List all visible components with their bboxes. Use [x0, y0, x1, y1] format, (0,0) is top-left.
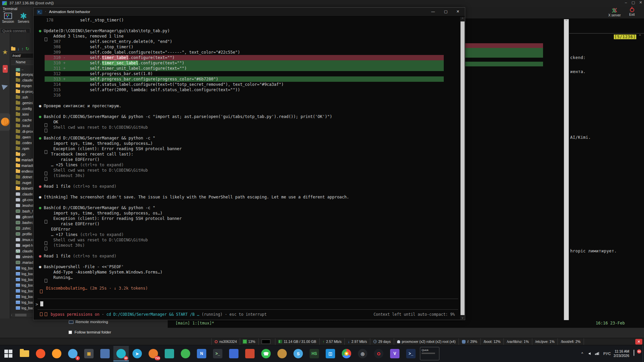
file-icon — [16, 204, 20, 207]
badge: 2 — [75, 356, 80, 360]
red-app-icon[interactable] — [242, 346, 258, 361]
whatsapp-icon[interactable]: ☎ — [258, 346, 274, 361]
claude-code-window: >_ · Animation field behavior — ▢ ✕ 178 … — [33, 7, 465, 320]
folder-icon — [16, 170, 20, 173]
terminal-line: ● Bash(cd D:/CODING/ServerManager && pyt… — [39, 135, 460, 141]
host-close-button[interactable]: ✕ — [637, 0, 644, 5]
scrollbar-thumb[interactable] — [461, 21, 465, 315]
refresh-icon[interactable]: ↻ — [25, 46, 29, 51]
scrollbar-up-arrow[interactable]: ^ — [460, 17, 465, 20]
powershell-icon[interactable]: >_ — [403, 346, 419, 361]
log-icon — [16, 306, 20, 310]
hfolder-icon — [16, 147, 20, 150]
telegram-icon-glyph: ➤ — [132, 349, 142, 358]
tray-chevron-icon[interactable]: ^ — [579, 352, 586, 356]
opera-icon[interactable]: O — [371, 346, 386, 361]
hfolder-icon — [16, 124, 20, 127]
hfolder-icon — [16, 101, 20, 105]
name-column-header[interactable]: Name — [11, 60, 37, 65]
host-minimize-button[interactable]: – — [623, 0, 629, 4]
x-server-button[interactable]: X X server — [606, 8, 623, 17]
network-icon[interactable] — [593, 352, 601, 356]
favorites-button[interactable]: ★ — [0, 48, 10, 56]
window-close-button[interactable]: ✕ — [454, 9, 462, 14]
menu-terminal[interactable]: Terminal — [3, 7, 17, 11]
upload-arrow-icon[interactable]: ↑ — [21, 46, 24, 51]
telegram-icon[interactable]: ➤ — [129, 346, 145, 361]
language-indicator[interactable]: РУС — [603, 352, 611, 356]
show-desktop-button[interactable] — [643, 345, 644, 362]
terminal-line: 178 self._stop_timer() — [39, 17, 460, 23]
host-maximize-button[interactable]: ▢ — [630, 0, 637, 5]
teal-app-icon[interactable] — [162, 346, 177, 361]
scroll-up-arrow[interactable]: ^ — [639, 34, 641, 38]
left-icon-strip: ★ — [0, 33, 10, 338]
obs-icon-glyph: ◎ — [358, 349, 367, 358]
window-minimize-button[interactable]: — — [429, 9, 437, 13]
send-button[interactable] — [0, 84, 10, 90]
path-input[interactable] — [11, 53, 35, 58]
dev-app-icon[interactable] — [97, 346, 113, 361]
window-titlebar[interactable]: >_ · Animation field behavior — ▢ ✕ — [34, 8, 465, 16]
remote-monitoring-option[interactable]: Remote monitoring — [69, 320, 108, 324]
session-button[interactable]: Session — [1, 13, 15, 23]
blue-app-icon-glyph — [229, 349, 238, 358]
console-app-icon[interactable]: >_ — [210, 346, 225, 361]
tray-clock[interactable]: 11:16 AM 2/23/2026 — [613, 349, 629, 358]
chrome-browser-icon[interactable]: 2 — [65, 346, 80, 361]
network-tab[interactable] — [0, 113, 10, 131]
follow-terminal-folder-checkbox[interactable]: Follow terminal folder — [68, 330, 111, 334]
host-titlebar: 37.187.136.86 ([root ovh]) – ▢ ✕ — [0, 0, 644, 7]
terminal-line: ● [thinking] The screenshot didn't save.… — [39, 194, 460, 200]
cpu-icon — [243, 340, 247, 343]
notes-app-icon[interactable]: N — [194, 346, 209, 361]
occluded-text-fragment: hropic лимитирует. — [570, 249, 617, 253]
green-app-icon[interactable] — [178, 346, 193, 361]
background-scrollbar[interactable]: ^ — [564, 19, 569, 331]
sidebar-hscrollbar[interactable]: ‹ — [11, 313, 37, 317]
permissions-mode: bypass permissions on — [51, 312, 99, 317]
chromium-icon[interactable] — [339, 346, 354, 361]
start-button[interactable] — [1, 346, 16, 361]
skype-icon[interactable]: S — [290, 346, 306, 361]
download-arrow-icon[interactable]: ↓ — [17, 46, 20, 51]
docker-icon[interactable]: ◫ — [323, 346, 338, 361]
opera-icon-glyph: O — [374, 349, 383, 358]
terminal-line — [39, 259, 460, 264]
console-app-icon-glyph: >_ — [213, 349, 222, 358]
file-icon — [16, 244, 20, 247]
prompt-row[interactable]: > — [36, 301, 43, 308]
terminal-line — [39, 98, 460, 103]
heidisql-icon[interactable]: HS — [307, 346, 322, 361]
exit-button[interactable]: Exit — [623, 8, 641, 16]
servers-button[interactable]: Servers — [16, 13, 31, 23]
vivaldi-icon[interactable]: V — [387, 346, 402, 361]
blue-app-icon[interactable] — [226, 346, 241, 361]
file-explorer-icon-glyph — [20, 350, 29, 357]
palette-app-icon[interactable] — [274, 346, 290, 361]
folder-up-icon[interactable] — [11, 47, 15, 51]
statusbar-close-button[interactable]: ✕ — [635, 339, 642, 345]
commander-app-icon[interactable]: ▦ — [81, 346, 97, 361]
volume-icon[interactable] — [586, 352, 593, 356]
window-maximize-button[interactable]: ▢ — [442, 9, 449, 14]
hfolder-icon — [16, 118, 20, 122]
window-scrollbar[interactable]: ^ v — [460, 17, 465, 320]
terminal-line: ⎿ (timeout 30s) — [39, 173, 460, 178]
scrollbar-down-arrow[interactable]: v — [460, 316, 465, 319]
quick-launch-widget[interactable]: Quick — [420, 347, 439, 360]
file-icon — [16, 192, 20, 196]
badge: 30 — [124, 356, 128, 360]
notification-center-button[interactable]: 32 — [633, 350, 640, 357]
tools-button[interactable] — [0, 65, 10, 74]
mail-app-icon[interactable]: 715 — [146, 346, 161, 361]
brave-browser-icon[interactable] — [33, 346, 48, 361]
mobaxterm-icon[interactable]: 30 — [113, 346, 129, 361]
log-icon — [16, 278, 20, 281]
recycle-icon — [16, 249, 20, 253]
firefox-browser-icon[interactable] — [49, 346, 64, 361]
file-explorer-icon[interactable] — [17, 346, 32, 361]
terminal-line: ⎿ Shell cwd was reset to D:\CODING\GitHu… — [39, 168, 460, 173]
obs-icon[interactable]: ◎ — [355, 346, 370, 361]
toolbar: Session Servers — [0, 12, 32, 27]
